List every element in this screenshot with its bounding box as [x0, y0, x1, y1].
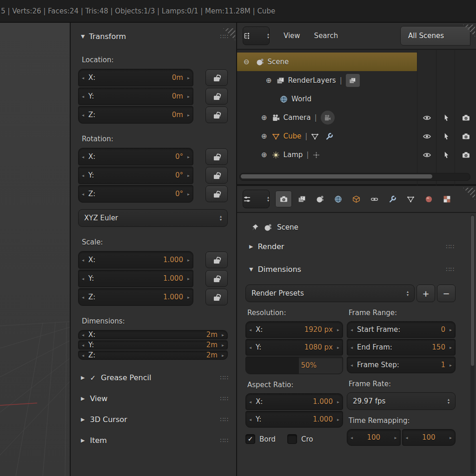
time-remap-new-field[interactable]: 100 — [402, 429, 456, 446]
editor-type-button[interactable] — [243, 26, 270, 45]
panel-drag-icon[interactable]: ∷∷ — [446, 266, 455, 273]
camera-data-badge[interactable] — [321, 111, 335, 125]
tab-render[interactable] — [275, 191, 292, 207]
tab-material[interactable] — [420, 191, 437, 207]
region-corner-handle[interactable] — [463, 188, 475, 200]
horizontal-scrollbar[interactable] — [239, 173, 470, 181]
panel-drag-icon[interactable]: ∷∷ — [446, 243, 455, 250]
rotation-z-lock-button[interactable] — [205, 185, 228, 202]
visibility-toggle[interactable] — [417, 108, 436, 127]
outliner-row-cube[interactable]: ⊕ Cube — [237, 127, 417, 145]
checkmark-icon[interactable]: ✓ — [90, 374, 96, 382]
aspect-x-field[interactable]: X: 1.000 — [245, 393, 343, 410]
world-name[interactable]: World — [291, 95, 311, 103]
collapse-icon[interactable]: ⊖ — [244, 58, 250, 66]
renderability-toggle[interactable] — [456, 127, 476, 145]
scale-y-lock-button[interactable] — [205, 270, 228, 287]
outliner-row-world[interactable]: World — [237, 90, 417, 108]
resolution-percentage-slider[interactable]: 50% — [245, 357, 343, 374]
location-z-lock-button[interactable] — [205, 106, 228, 123]
item-panel-header[interactable]: ▶ Item ∷∷ — [71, 430, 236, 451]
scrollbar-thumb[interactable] — [471, 216, 474, 366]
outliner-row-render-layers[interactable]: ⊕ RenderLayers — [237, 71, 417, 90]
rotation-x-lock-button[interactable] — [205, 148, 228, 165]
location-y-lock-button[interactable] — [205, 88, 228, 105]
rotation-mode-select[interactable]: XYZ Euler — [78, 209, 228, 227]
renderability-toggle[interactable] — [456, 145, 476, 164]
render-presets-select[interactable]: Render Presets — [245, 284, 415, 302]
rotation-y-lock-button[interactable] — [205, 167, 228, 184]
selectability-toggle[interactable] — [436, 145, 456, 164]
scale-y-field[interactable]: Y: 1.000 — [78, 270, 193, 287]
tab-render-layers[interactable] — [293, 191, 310, 207]
location-x-field[interactable]: X: 0m — [78, 69, 193, 86]
outliner-display-mode-select[interactable]: All Scenes — [400, 26, 470, 46]
tab-scene[interactable] — [311, 191, 328, 207]
outliner-row-camera[interactable]: ⊕ Camera — [237, 108, 417, 127]
camera-name[interactable]: Camera — [284, 113, 311, 122]
time-remap-old-field[interactable]: 100 — [347, 429, 401, 446]
crop-checkbox[interactable] — [287, 434, 297, 444]
renderability-toggle[interactable] — [456, 108, 476, 127]
frame-rate-select[interactable]: 29.97 fps — [347, 392, 456, 410]
modifier-wrench-icon[interactable] — [325, 132, 333, 140]
visibility-toggle[interactable] — [417, 145, 436, 164]
mesh-data-icon[interactable] — [311, 132, 319, 140]
tab-world[interactable] — [330, 191, 346, 207]
rotation-x-field[interactable]: X: 0° — [78, 148, 193, 165]
location-y-field[interactable]: Y: 0m — [78, 87, 193, 105]
start-frame-field[interactable]: Start Frame: 0 — [347, 321, 456, 338]
tab-texture[interactable] — [438, 191, 455, 207]
pin-icon[interactable] — [251, 224, 259, 231]
expand-icon[interactable]: ⊕ — [261, 151, 267, 159]
lamp-name[interactable]: Lamp — [284, 151, 303, 159]
selectability-toggle[interactable] — [436, 108, 456, 127]
dimensions-z-field[interactable]: Z: 2m — [78, 350, 228, 360]
search-menu[interactable]: Search — [314, 32, 338, 40]
tab-modifiers[interactable] — [384, 191, 401, 207]
dimensions-panel-header[interactable]: ▼ Dimensions ∷∷ — [245, 258, 456, 281]
view-panel-header[interactable]: ▶ View ∷∷ — [71, 388, 236, 409]
selectability-toggle[interactable] — [436, 127, 456, 145]
frame-step-field[interactable]: Frame Step: 1 — [347, 357, 456, 373]
panel-drag-icon[interactable]: ∷∷ — [220, 374, 229, 381]
tab-object[interactable] — [348, 191, 364, 207]
visibility-toggle[interactable] — [417, 127, 436, 145]
scene-name[interactable]: Scene — [268, 58, 289, 66]
expand-icon[interactable]: ⊕ — [266, 76, 272, 85]
lamp-data-icon[interactable] — [312, 151, 320, 159]
panel-drag-icon[interactable]: ∷∷ — [220, 437, 229, 444]
expand-icon[interactable]: ⊕ — [261, 132, 267, 140]
dimensions-x-field[interactable]: X: 2m — [78, 330, 228, 339]
render-panel-header[interactable]: ▶ Render ∷∷ — [245, 235, 456, 258]
resolution-y-field[interactable]: Y: 1080 px — [245, 339, 343, 356]
border-checkbox[interactable] — [245, 434, 255, 444]
view-menu[interactable]: View — [284, 32, 300, 40]
scale-z-field[interactable]: Z: 1.000 — [78, 288, 193, 306]
grease-pencil-panel-header[interactable]: ▶ ✓ Grease Pencil ∷∷ — [71, 367, 236, 388]
rotation-z-field[interactable]: Z: 0° — [78, 185, 193, 203]
editor-type-button[interactable] — [243, 190, 270, 208]
panel-drag-icon[interactable]: ∷∷ — [220, 416, 229, 423]
viewport-3d[interactable] — [0, 23, 71, 476]
resolution-x-field[interactable]: X: 1920 px — [245, 321, 343, 338]
scrollbar-thumb[interactable] — [241, 174, 432, 178]
location-x-lock-button[interactable] — [205, 69, 228, 86]
preset-add-button[interactable]: + — [416, 284, 435, 302]
scale-z-lock-button[interactable] — [205, 289, 228, 305]
outliner-row-lamp[interactable]: ⊕ Lamp — [237, 145, 417, 164]
render-layers-name[interactable]: RenderLayers — [288, 76, 336, 85]
outliner-row-scene[interactable]: ⊖ Scene — [237, 53, 417, 71]
panel-drag-icon[interactable]: ∷∷ — [220, 33, 229, 40]
expand-icon[interactable]: ⊕ — [261, 113, 267, 122]
scale-x-field[interactable]: X: 1.000 — [78, 251, 193, 269]
transform-panel-header[interactable]: ▼ Transform ∷∷ — [71, 23, 236, 41]
cursor-3d-panel-header[interactable]: ▶ 3D Cursor ∷∷ — [71, 409, 236, 430]
preset-remove-button[interactable]: − — [437, 284, 456, 302]
dimensions-y-field[interactable]: Y: 2m — [78, 340, 228, 350]
render-layer-data-badge[interactable] — [346, 74, 360, 87]
cube-name[interactable]: Cube — [284, 132, 302, 140]
tab-data[interactable] — [402, 191, 419, 207]
tab-constraints[interactable] — [366, 191, 383, 207]
location-z-field[interactable]: Z: 0m — [78, 106, 193, 124]
